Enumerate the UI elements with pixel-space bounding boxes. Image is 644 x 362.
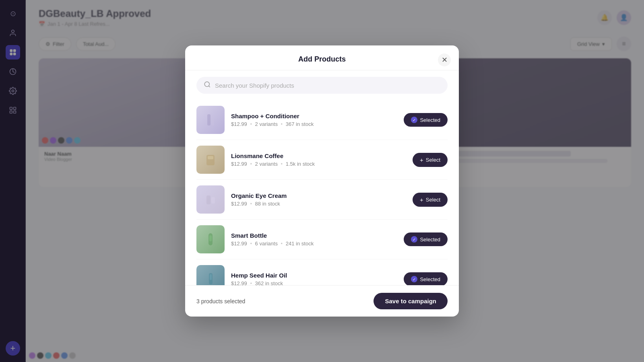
select-button-coffee[interactable]: + Select [413, 153, 448, 167]
checkmark-icon-bottle: ✓ [411, 236, 417, 243]
svg-rect-17 [206, 195, 211, 204]
product-thumbnail-eyecream [196, 185, 225, 214]
selected-count: 3 products selected [196, 298, 245, 304]
product-name-hairoil: Hemp Seed Hair Oil [231, 272, 397, 279]
svg-rect-22 [210, 274, 212, 280]
modal-overlay: Add Products ✕ [0, 0, 644, 362]
product-thumbnail-hairoil [196, 265, 225, 285]
product-thumbnail-coffee [196, 146, 225, 174]
svg-rect-18 [211, 197, 215, 204]
svg-rect-20 [209, 235, 212, 241]
svg-point-11 [204, 82, 209, 86]
product-item-eyecream: Organic Eye Cream $12.99 • 88 in stock +… [196, 180, 448, 220]
product-meta-eyecream: $12.99 • 88 in stock [231, 201, 406, 207]
plus-icon: + [420, 156, 423, 163]
product-meta-coffee: $12.99 • 2 variants • 1.5k in stock [231, 161, 406, 167]
product-info-hairoil: Hemp Seed Hair Oil $12.99 • 362 in stock [231, 272, 397, 285]
product-item-coffee: Lionsmane Coffee $12.99 • 2 variants • 1… [196, 140, 448, 180]
product-meta-shampoo: $12.99 • 2 variants • 367 in stock [231, 121, 397, 127]
product-info-bottle: Smart Bottle $12.99 • 6 variants • 241 i… [231, 232, 397, 247]
close-icon: ✕ [442, 56, 448, 64]
product-info-eyecream: Organic Eye Cream $12.99 • 88 in stock [231, 192, 406, 207]
search-input-wrap [196, 77, 448, 94]
select-button-eyecream[interactable]: + Select [413, 193, 448, 207]
product-item-shampoo: Shampoo + Conditioner $12.99 • 2 variant… [196, 100, 448, 140]
svg-rect-13 [207, 114, 211, 125]
checkmark-icon-hairoil: ✓ [411, 276, 417, 282]
plus-icon-eyecream: + [420, 196, 423, 203]
page-background: ⊙ [0, 0, 644, 362]
select-button-hairoil[interactable]: ✓ Selected [404, 272, 448, 285]
select-button-shampoo[interactable]: ✓ Selected [404, 113, 448, 127]
search-input[interactable] [215, 82, 440, 89]
product-name-bottle: Smart Bottle [231, 232, 397, 239]
product-meta-bottle: $12.99 • 6 variants • 241 in stock [231, 241, 397, 247]
modal-close-button[interactable]: ✕ [438, 53, 451, 66]
product-info-coffee: Lionsmane Coffee $12.99 • 2 variants • 1… [231, 152, 406, 167]
product-item-bottle: Smart Bottle $12.99 • 6 variants • 241 i… [196, 220, 448, 259]
modal-header: Add Products ✕ [185, 45, 459, 70]
select-button-bottle[interactable]: ✓ Selected [404, 232, 448, 246]
product-thumbnail-bottle [196, 225, 225, 253]
product-thumbnail-shampoo [196, 106, 225, 134]
add-products-modal: Add Products ✕ [185, 45, 459, 317]
product-list: Shampoo + Conditioner $12.99 • 2 variant… [185, 100, 459, 285]
product-name-eyecream: Organic Eye Cream [231, 192, 406, 199]
modal-footer: 3 products selected Save to campaign [185, 285, 459, 317]
checkmark-icon: ✓ [411, 117, 417, 123]
svg-rect-16 [208, 156, 213, 159]
product-meta-hairoil: $12.99 • 362 in stock [231, 280, 397, 285]
modal-title: Add Products [298, 55, 346, 64]
product-info-shampoo: Shampoo + Conditioner $12.99 • 2 variant… [231, 113, 397, 127]
svg-rect-14 [211, 116, 214, 125]
svg-line-12 [208, 86, 210, 87]
product-item-hairoil: Hemp Seed Hair Oil $12.99 • 362 in stock… [196, 259, 448, 285]
product-name-shampoo: Shampoo + Conditioner [231, 113, 397, 119]
search-icon [204, 81, 211, 90]
save-to-campaign-button[interactable]: Save to campaign [374, 293, 448, 309]
product-name-coffee: Lionsmane Coffee [231, 152, 406, 159]
modal-search-area [185, 70, 459, 100]
